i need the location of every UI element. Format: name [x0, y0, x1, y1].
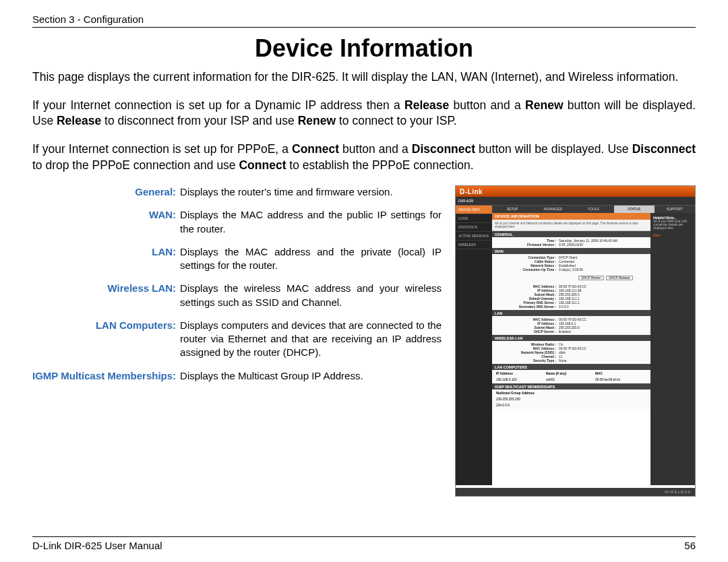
def-term: WAN: [32, 208, 180, 245]
hints-more: More... [653, 234, 692, 237]
page-footer: D-Link DIR-625 User Manual 56 [32, 536, 696, 551]
def-term: LAN Computers: [32, 319, 180, 369]
def-desc: Displays the Multicast Group IP Address. [180, 369, 442, 392]
def-term: General: [32, 185, 180, 208]
text: button will be displayed. Use [475, 142, 632, 156]
def-desc: Displays the router's time and firmware … [180, 185, 442, 208]
text: to connect to your ISP. [336, 114, 457, 127]
hints-body: All of your WAN and LAN connection detai… [653, 220, 687, 230]
tab-bar: SETUPADVANCEDTOOLSSTATUSSUPPORT [492, 206, 695, 213]
bold: Release [404, 98, 449, 112]
intro-para-3: If your Internet connection is set up fo… [32, 142, 696, 173]
model-label: DIR-625 [458, 199, 473, 203]
bold: Disconnect [412, 142, 475, 156]
footer-right: 56 [684, 540, 696, 551]
panel-desc: All of your Internet and Network connect… [492, 220, 650, 231]
definitions-list: General:Displays the router's time and f… [32, 185, 442, 392]
def-desc: Displays computers and devices that are … [180, 319, 442, 369]
bold: Renew [298, 114, 336, 127]
text: If your Internet connection is set up fo… [32, 142, 292, 156]
text: button and a [339, 142, 412, 156]
bold: Connect [292, 142, 339, 156]
intro-para-1: This page displays the current informati… [32, 69, 696, 86]
bold: Release [57, 114, 101, 127]
def-desc: Displays the MAC address and the private… [180, 245, 442, 282]
intro-para-2: If your Internet connection is set up fo… [32, 98, 696, 129]
sidebar: DEVICE INFOLOGSSTATISTICSACTIVE SESSIONS… [456, 206, 492, 485]
screenshot-footer: WIRELESS [456, 488, 695, 496]
footer-left: D-Link DIR-625 User Manual [32, 540, 162, 551]
page-title: Device Information [32, 34, 696, 63]
brand-logo: D-Link [460, 188, 483, 195]
section-header: Section 3 - Configuration [32, 13, 696, 28]
bold: Connect [239, 158, 286, 172]
def-term: IGMP Multicast Memberships: [32, 369, 180, 392]
text: If your Internet connection is set up fo… [32, 98, 404, 112]
def-desc: Displays the MAC address and the public … [180, 208, 442, 245]
bold: Disconnect [632, 142, 696, 156]
text: to drop the PPPoE connection and use [32, 158, 239, 172]
text: to disconnect from your ISP and use [101, 114, 298, 127]
text: button and a [449, 98, 525, 112]
bold: Renew [525, 98, 563, 112]
router-screenshot: D-Link DIR-625 DEVICE INFOLOGSSTATISTICS… [455, 185, 696, 497]
def-term: Wireless LAN: [32, 282, 180, 319]
hints-panel: Helpful Hints... All of your WAN and LAN… [650, 213, 695, 485]
def-desc: Displays the wireless MAC address and yo… [180, 282, 442, 319]
text: to establish the PPPoE connection. [286, 158, 473, 172]
panel-title: DEVICE INFORMATION [492, 213, 650, 220]
def-term: LAN: [32, 245, 180, 282]
